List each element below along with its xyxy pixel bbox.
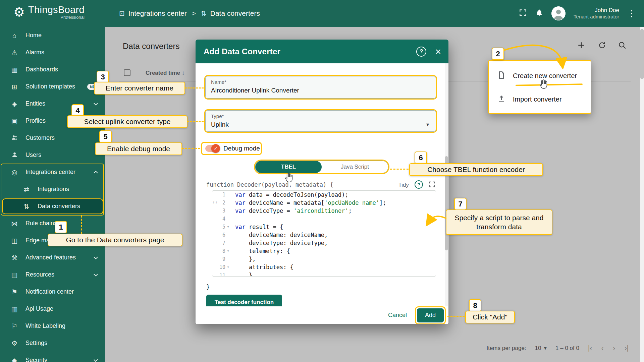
- line-number: 6: [218, 231, 227, 239]
- sidebar-item-label: Resources: [25, 271, 54, 278]
- test-decoder-button[interactable]: Test decoder function: [206, 295, 282, 306]
- fold-arrow-icon[interactable]: ▾: [227, 263, 232, 271]
- integrations-icon: ⇄: [21, 186, 32, 193]
- sidebar-item-data-converters[interactable]: ⇅Data converters: [2, 198, 103, 214]
- fold-arrow-icon[interactable]: ▾: [227, 223, 232, 231]
- chevron-down-icon: [94, 357, 98, 362]
- menu-item-import-converter[interactable]: Import converter: [489, 89, 591, 109]
- sidebar-item-users[interactable]: Users: [0, 146, 105, 164]
- close-icon[interactable]: ×: [435, 47, 441, 57]
- line-number: 2: [218, 199, 227, 207]
- sidebar-item-settings[interactable]: ⚙Settings: [0, 335, 105, 352]
- sidebar: ⌂Home ⚠Alarms ▦Dashboards ⊞Solution temp…: [0, 27, 105, 362]
- sidebar-item-white-labeling[interactable]: ⚐White Labeling: [0, 317, 105, 335]
- breadcrumb-data-converters[interactable]: Data converters: [210, 9, 260, 17]
- sidebar-item-label: White Labeling: [25, 322, 65, 329]
- brand-text: ThingsBoard Professional: [28, 4, 85, 20]
- line-number: 3: [218, 207, 227, 215]
- line-number: 9: [218, 255, 227, 263]
- sidebar-item-resources[interactable]: ▤Resources: [0, 266, 105, 283]
- chevron-down-icon: [94, 255, 98, 259]
- code-line: 6 deviceName: deviceName,: [212, 231, 436, 239]
- sidebar-item-label: Data converters: [38, 203, 80, 210]
- code-editor[interactable]: 1var data = decodeToJson(payload);ⓘ2var …: [212, 190, 436, 277]
- sidebar-item-api-usage[interactable]: ▥Api Usage: [0, 300, 105, 317]
- header-actions: John Doe Tenant administrator ⋮: [519, 0, 636, 27]
- type-select[interactable]: Type* Uplink ▾: [205, 110, 436, 132]
- sidebar-item-entities[interactable]: ◈Entities: [0, 95, 105, 112]
- page-scrollbar-thumb[interactable]: [640, 29, 644, 79]
- notifications-bell-icon[interactable]: [535, 9, 543, 18]
- step-badge-8: 8: [469, 299, 481, 312]
- chevron-down-icon: [94, 272, 98, 276]
- tab-tbel[interactable]: TBEL: [255, 161, 322, 173]
- white-labeling-icon: ⚐: [9, 323, 19, 329]
- code-line: 4: [212, 215, 436, 223]
- app-root: ⚙ ThingsBoard Professional ⊡ Integration…: [0, 0, 644, 362]
- breadcrumb-integrations-center[interactable]: Integrations center: [128, 9, 187, 17]
- data-converters-crumb-icon: ⇅: [201, 9, 207, 17]
- line-number: 11: [218, 271, 227, 277]
- sidebar-item-security[interactable]: ◆Security: [0, 352, 105, 362]
- sidebar-item-label: Rule chains: [25, 220, 57, 227]
- brand: ⚙ ThingsBoard Professional: [13, 4, 85, 20]
- code-line: 1var data = decodeToJson(payload);: [212, 191, 436, 199]
- code-line: 3var deviceType = 'airconditioner';: [212, 207, 436, 215]
- dialog-content: Name* Airconditioner Uplink Converter Ty…: [196, 63, 448, 306]
- user-name: John Doe: [574, 7, 619, 14]
- sidebar-item-label: Notification center: [25, 288, 74, 295]
- sidebar-item-label: Users: [25, 152, 41, 159]
- callout-step-7: Specify a script to parse and transform …: [446, 209, 552, 235]
- script-help-icon[interactable]: ?: [415, 180, 423, 189]
- line-number: 1: [218, 191, 227, 199]
- fullscreen-icon[interactable]: [519, 8, 527, 18]
- hand-cursor-icon: [538, 79, 548, 90]
- callout-step-5: Enable debug mode: [95, 142, 182, 155]
- sidebar-item-integrations-center[interactable]: ◎Integrations center: [0, 164, 105, 181]
- sidebar-item-rule-chains[interactable]: ⋈Rule chains: [0, 215, 105, 232]
- code-text: var deviceName = metadata['opcUaNode_nam…: [232, 199, 386, 207]
- avatar[interactable]: [551, 6, 566, 20]
- code-text: },: [232, 255, 256, 263]
- step-badge-5: 5: [99, 130, 112, 143]
- profiles-icon: ▣: [9, 118, 19, 124]
- toggle-knob-check-icon: ✓: [211, 144, 220, 153]
- name-field[interactable]: Name* Airconditioner Uplink Converter: [205, 76, 436, 99]
- kebab-menu-icon[interactable]: ⋮: [627, 9, 636, 18]
- sidebar-item-home[interactable]: ⌂Home: [0, 27, 105, 44]
- sidebar-item-label: Solution templates: [25, 83, 75, 90]
- edge-management-icon: ◫: [9, 237, 19, 244]
- tidy-button[interactable]: Tidy: [398, 182, 409, 188]
- tutorial-highlight-name: Name* Airconditioner Uplink Converter: [204, 75, 437, 100]
- sidebar-item-solution-templates[interactable]: ⊞Solution templatesNEW: [0, 78, 105, 95]
- code-text: deviceName: deviceName,: [232, 231, 328, 239]
- sidebar-item-advanced-features[interactable]: ⚒Advanced features: [0, 249, 105, 266]
- callout-step-4: Select uplink converter type: [67, 115, 187, 128]
- info-marker-icon: ⓘ: [212, 199, 218, 207]
- home-icon: ⌂: [9, 32, 19, 39]
- sidebar-item-dashboards[interactable]: ▦Dashboards: [0, 61, 105, 78]
- sidebar-item-label: Profiles: [25, 117, 46, 124]
- tutorial-highlight-add: Add: [415, 306, 446, 324]
- step-badge-7: 7: [454, 198, 467, 210]
- user-block[interactable]: John Doe Tenant administrator: [574, 7, 619, 20]
- tab-javascript[interactable]: Java Script: [322, 161, 388, 173]
- connector-step-4: [187, 121, 204, 122]
- sidebar-item-integrations[interactable]: ⇄Integrations: [0, 181, 105, 198]
- sidebar-item-label: Integrations: [38, 186, 69, 193]
- help-icon[interactable]: ?: [416, 47, 426, 57]
- users-icon: [9, 151, 19, 159]
- sidebar-item-label: Api Usage: [25, 305, 53, 312]
- cancel-button[interactable]: Cancel: [388, 312, 407, 319]
- debug-mode-toggle[interactable]: ✓: [205, 145, 219, 152]
- sidebar-item-customers[interactable]: Customers: [0, 129, 105, 146]
- fold-arrow-icon[interactable]: ▾: [227, 247, 232, 255]
- add-button[interactable]: Add: [417, 308, 444, 322]
- line-number: 5: [218, 223, 227, 231]
- sidebar-item-alarms[interactable]: ⚠Alarms: [0, 44, 105, 61]
- sidebar-item-notification-center[interactable]: ⚑Notification center: [0, 283, 105, 300]
- code-text: }: [232, 271, 252, 277]
- line-number: 7: [218, 239, 227, 247]
- name-field-label: Name*: [211, 79, 226, 85]
- expand-editor-icon[interactable]: [428, 181, 436, 189]
